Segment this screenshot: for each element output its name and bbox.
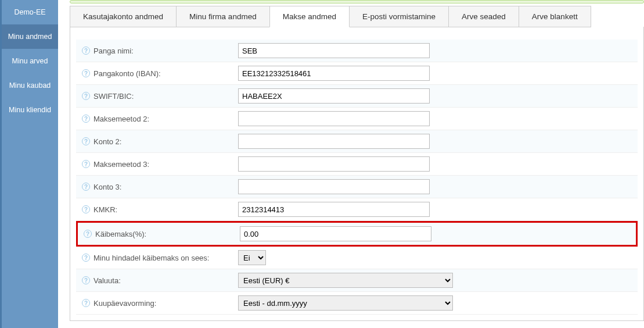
- account2-input[interactable]: [238, 134, 430, 149]
- sidebar-item-demo[interactable]: Demo-EE: [2, 0, 58, 24]
- success-banner: [70, 0, 644, 3]
- field-label: Kuupäevavorming:: [93, 299, 156, 308]
- sidebar-item-label: Minu kaubad: [9, 81, 51, 90]
- row-bank-name: ? Panga nimi:: [76, 40, 638, 62]
- help-icon[interactable]: ?: [82, 299, 90, 307]
- row-method2: ? Maksemeetod 2:: [76, 108, 638, 130]
- tab-payment[interactable]: Makse andmed: [269, 6, 350, 27]
- tab-label: Arve blankett: [532, 12, 578, 21]
- tab-label: Minu firma andmed: [189, 12, 257, 21]
- row-account2: ? Konto 2:: [76, 130, 638, 153]
- sidebar-item-label: Demo-EE: [14, 8, 45, 16]
- method3-input[interactable]: [238, 156, 430, 172]
- row-vat: ? Käibemaks(%):: [76, 221, 638, 247]
- help-icon[interactable]: ?: [82, 47, 90, 55]
- sidebar-item-label: Minu kliendid: [9, 106, 51, 114]
- row-method3: ? Maksemeetod 3:: [76, 153, 638, 176]
- vat-input[interactable]: [240, 226, 431, 241]
- help-icon[interactable]: ?: [82, 183, 90, 191]
- help-icon[interactable]: ?: [82, 205, 90, 213]
- field-label: Maksemeetod 2:: [93, 115, 149, 123]
- field-label: Konto 2:: [93, 137, 121, 146]
- sidebar: Demo-EE Minu andmed Minu arved Minu kaub…: [0, 0, 58, 328]
- row-date-format: ? Kuupäevavorming: Eesti - dd.mm.yyyy: [76, 292, 638, 315]
- method2-input[interactable]: [238, 111, 430, 126]
- row-kmkr: ? KMKR:: [76, 198, 638, 221]
- help-icon[interactable]: ?: [82, 69, 90, 77]
- help-icon[interactable]: ?: [84, 230, 92, 238]
- row-vat-included: ? Minu hindadel käibemaks on sees: Ei: [76, 247, 638, 269]
- tab-email[interactable]: E-posti vormistamine: [349, 6, 449, 27]
- tab-label: Kasutajakonto andmed: [83, 12, 163, 21]
- date-format-select[interactable]: Eesti - dd.mm.yyyy: [238, 295, 453, 311]
- help-icon[interactable]: ?: [82, 115, 90, 123]
- sidebar-item-label: Minu arved: [12, 57, 48, 65]
- tab-company[interactable]: Minu firma andmed: [176, 6, 270, 27]
- main-content: Kasutajakonto andmed Minu firma andmed M…: [58, 0, 644, 328]
- tab-invoice-settings[interactable]: Arve seaded: [448, 6, 519, 27]
- row-currency: ? Valuuta: Eesti (EUR) €: [76, 269, 638, 292]
- field-label: Panga nimi:: [93, 47, 134, 55]
- bank-name-input[interactable]: [238, 43, 430, 58]
- field-label: Valuuta:: [93, 276, 121, 285]
- help-icon[interactable]: ?: [82, 254, 90, 262]
- sidebar-item-minu-kliendid[interactable]: Minu kliendid: [2, 98, 58, 122]
- sidebar-item-minu-andmed[interactable]: Minu andmed: [2, 24, 58, 49]
- iban-input[interactable]: [238, 66, 430, 81]
- field-label: Pangakonto (IBAN):: [93, 69, 161, 78]
- sidebar-item-minu-kaubad[interactable]: Minu kaubad: [2, 73, 58, 98]
- help-icon[interactable]: ?: [82, 276, 90, 284]
- tab-label: E-posti vormistamine: [362, 12, 436, 21]
- help-icon[interactable]: ?: [82, 92, 90, 100]
- field-label: SWIFT/BIC:: [93, 92, 134, 101]
- sidebar-item-label: Minu andmed: [8, 33, 52, 41]
- field-label: Maksemeetod 3:: [93, 160, 149, 169]
- row-iban: ? Pangakonto (IBAN):: [76, 62, 638, 85]
- tab-invoice-template[interactable]: Arve blankett: [519, 6, 591, 27]
- row-account3: ? Konto 3:: [76, 176, 638, 198]
- currency-select[interactable]: Eesti (EUR) €: [238, 273, 453, 288]
- tabs: Kasutajakonto andmed Minu firma andmed M…: [70, 6, 644, 27]
- field-label: Käibemaks(%):: [95, 230, 146, 238]
- form: ? Panga nimi: ? Pangakonto (IBAN): ? SWI…: [70, 27, 644, 321]
- tab-label: Arve seaded: [462, 12, 506, 21]
- account3-input[interactable]: [238, 179, 430, 194]
- tab-account[interactable]: Kasutajakonto andmed: [70, 6, 177, 27]
- sidebar-item-minu-arved[interactable]: Minu arved: [2, 49, 58, 73]
- vat-included-select[interactable]: Ei: [238, 250, 266, 265]
- field-label: Konto 3:: [93, 183, 121, 191]
- help-icon[interactable]: ?: [82, 137, 90, 145]
- row-swift: ? SWIFT/BIC:: [76, 85, 638, 108]
- help-icon[interactable]: ?: [82, 160, 90, 168]
- kmkr-input[interactable]: [238, 202, 430, 217]
- field-label: KMKR:: [93, 205, 117, 214]
- tab-label: Makse andmed: [283, 12, 336, 21]
- swift-input[interactable]: [238, 88, 430, 104]
- field-label: Minu hindadel käibemaks on sees:: [93, 254, 209, 262]
